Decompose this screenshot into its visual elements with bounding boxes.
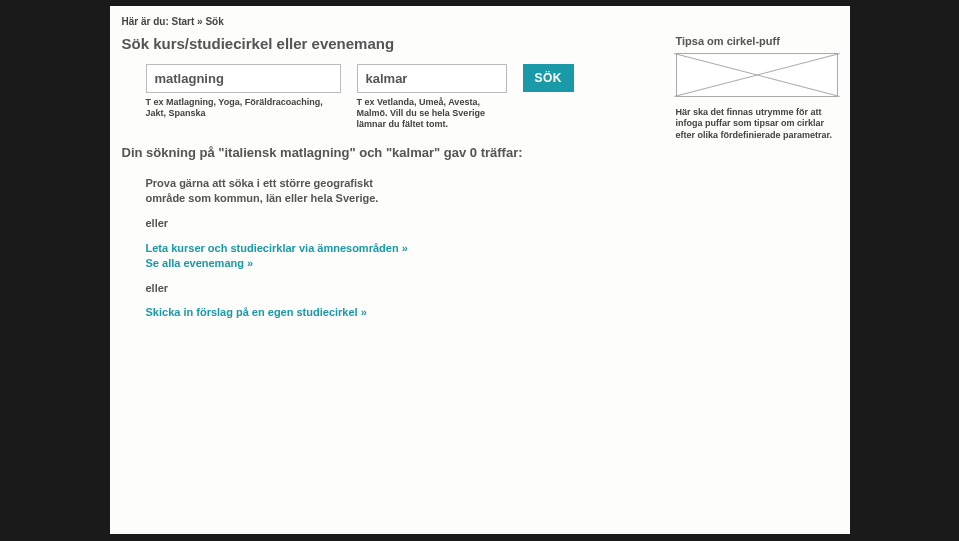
suggestions: Prova gärna att söka i ett större geogra…: [122, 176, 662, 320]
location-input[interactable]: [357, 64, 507, 93]
or-text-2: eller: [146, 281, 662, 296]
sidebar-title: Tipsa om cirkel-puff: [676, 35, 838, 47]
sidebar: Tipsa om cirkel-puff Här ska det finnas …: [676, 35, 838, 330]
result-text: Din sökning på "italiensk matlagning" oc…: [122, 145, 662, 160]
location-group: T ex Vetlanda, Umeå, Avesta, Malmö. Vill…: [357, 64, 507, 129]
main-column: Sök kurs/studiecirkel eller evenemang T …: [122, 35, 662, 330]
subject-hint: T ex Matlagning, Yoga, Föräldracoaching,…: [146, 97, 341, 119]
suggestion-tip: Prova gärna att söka i ett större geogra…: [146, 176, 406, 206]
link-all-events[interactable]: Se alla evenemang »: [146, 257, 254, 269]
link-submit-proposal[interactable]: Skicka in förslag på en egen studiecirke…: [146, 306, 367, 318]
subject-input[interactable]: [146, 64, 341, 93]
main-row: Sök kurs/studiecirkel eller evenemang T …: [122, 35, 838, 330]
link-browse-subjects[interactable]: Leta kurser och studiecirklar via ämneso…: [146, 242, 408, 254]
subject-group: T ex Matlagning, Yoga, Föräldracoaching,…: [146, 64, 341, 129]
search-row: T ex Matlagning, Yoga, Föräldracoaching,…: [122, 64, 662, 129]
page-frame: Här är du: Start » Sök Sök kurs/studieci…: [110, 6, 850, 534]
breadcrumb: Här är du: Start » Sök: [122, 16, 838, 27]
page-title: Sök kurs/studiecirkel eller evenemang: [122, 35, 662, 52]
placeholder-image-icon: [676, 53, 838, 97]
search-button-wrap: SÖK: [523, 64, 575, 129]
location-hint: T ex Vetlanda, Umeå, Avesta, Malmö. Vill…: [357, 97, 507, 129]
sidebar-note: Här ska det finnas utrymme för att infog…: [676, 107, 838, 141]
or-text-1: eller: [146, 216, 662, 231]
search-button[interactable]: SÖK: [523, 64, 575, 92]
